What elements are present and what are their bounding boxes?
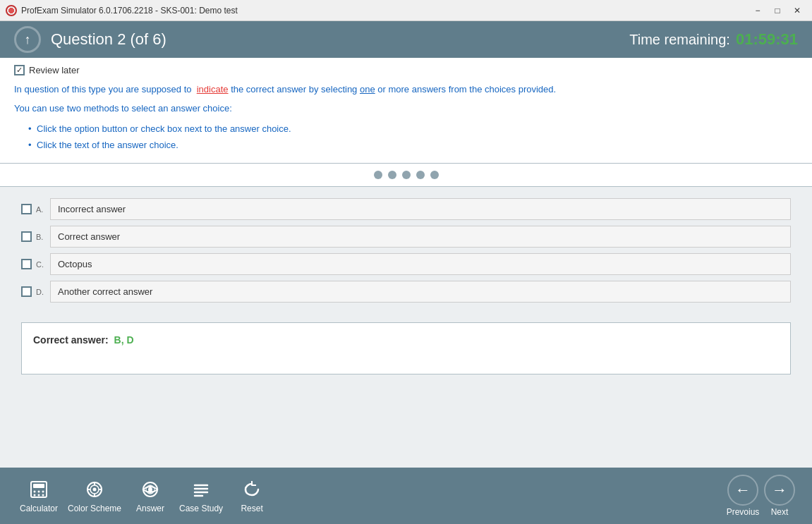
answer-letter-b: B. bbox=[36, 233, 50, 241]
answer-checkbox-a[interactable] bbox=[21, 204, 32, 214]
title-bar: ProfExam Simulator 6.0.1706.2218 - SKS-0… bbox=[0, 0, 812, 21]
answer-letter-d: D. bbox=[36, 288, 50, 296]
answer-button[interactable]: Answer bbox=[126, 474, 175, 518]
svg-point-6 bbox=[38, 494, 40, 496]
svg-point-4 bbox=[42, 491, 44, 493]
answer-box-a[interactable]: Incorrect answer bbox=[50, 198, 791, 220]
review-later-checkbox[interactable]: ✓ bbox=[14, 65, 25, 75]
previous-button[interactable]: ← bbox=[727, 475, 758, 506]
reset-label: Reset bbox=[241, 504, 262, 513]
case-study-label: Case Study bbox=[179, 504, 223, 513]
info-section: ✓ Review later In question of this type … bbox=[0, 58, 812, 164]
answer-label: Answer bbox=[136, 504, 164, 513]
dot-4[interactable] bbox=[416, 171, 425, 179]
timer-value: 01:59:31 bbox=[736, 30, 798, 49]
answer-box-c[interactable]: Octopus bbox=[50, 253, 791, 275]
timer-label: Time remaining: bbox=[629, 32, 730, 48]
next-icon: → bbox=[772, 481, 787, 499]
answers-section: A. Incorrect answer B. Correct answer C.… bbox=[0, 187, 812, 319]
next-button[interactable]: → bbox=[764, 475, 795, 506]
svg-point-2 bbox=[34, 491, 36, 493]
dot-2[interactable] bbox=[388, 171, 396, 179]
footer: Calculator Color Scheme bbox=[0, 468, 812, 524]
correct-answer-section: Correct answer: B, D bbox=[21, 322, 791, 374]
correct-answer-value: B, D bbox=[114, 334, 134, 346]
review-later-label: Review later bbox=[29, 65, 80, 75]
bullet-item-1: Click the option button or check box nex… bbox=[28, 121, 798, 137]
case-study-button[interactable]: Case Study bbox=[175, 474, 227, 518]
dot-1[interactable] bbox=[374, 171, 382, 179]
header-bar: ↑ Question 2 (of 6) Time remaining: 01:5… bbox=[0, 21, 812, 58]
case-study-icon bbox=[190, 478, 212, 501]
answer-box-b[interactable]: Correct answer bbox=[50, 226, 791, 248]
previous-nav: ← Prevoius bbox=[725, 475, 761, 517]
calculator-button[interactable]: Calculator bbox=[14, 474, 63, 518]
answer-checkbox-d[interactable] bbox=[21, 286, 32, 297]
pagination-dots bbox=[0, 164, 812, 187]
minimize-button[interactable]: − bbox=[749, 4, 767, 18]
answer-row-d: D. Another correct answer bbox=[21, 281, 791, 303]
dot-3[interactable] bbox=[402, 171, 411, 179]
title-bar-text: ProfExam Simulator 6.0.1706.2218 - SKS-0… bbox=[21, 6, 749, 16]
instruction-text-2: You can use two methods to select an ans… bbox=[14, 102, 798, 116]
dot-5[interactable] bbox=[430, 171, 439, 179]
up-button[interactable]: ↑ bbox=[14, 26, 41, 53]
instruction-text-1: In question of this type you are suppose… bbox=[14, 83, 798, 97]
highlight-one: one bbox=[360, 84, 375, 95]
color-scheme-label: Color Scheme bbox=[68, 504, 121, 513]
reset-icon bbox=[241, 478, 263, 501]
correct-answer-label: Correct answer: bbox=[33, 334, 109, 346]
main-content: ✓ Review later In question of this type … bbox=[0, 58, 812, 468]
review-later-row: ✓ Review later bbox=[14, 65, 798, 75]
color-scheme-button[interactable]: Color Scheme bbox=[63, 474, 126, 518]
svg-point-7 bbox=[42, 494, 44, 496]
answer-row-a: A. Incorrect answer bbox=[21, 198, 791, 220]
previous-label: Prevoius bbox=[727, 507, 760, 517]
calculator-label: Calculator bbox=[20, 504, 58, 513]
next-nav: → Next bbox=[761, 475, 798, 517]
color-scheme-icon bbox=[83, 478, 106, 501]
answer-row-b: B. Correct answer bbox=[21, 226, 791, 248]
bullet-item-2: Click the text of the answer choice. bbox=[28, 137, 798, 153]
svg-point-20 bbox=[148, 487, 152, 492]
close-button[interactable]: ✕ bbox=[788, 4, 806, 18]
answer-box-d[interactable]: Another correct answer bbox=[50, 281, 791, 303]
svg-point-3 bbox=[38, 491, 40, 493]
title-bar-controls: − □ ✕ bbox=[749, 4, 806, 18]
up-icon: ↑ bbox=[25, 32, 31, 47]
highlight-indicate: indicate bbox=[197, 84, 229, 95]
svg-rect-1 bbox=[33, 484, 44, 488]
calculator-icon bbox=[28, 478, 50, 501]
bullet-list: Click the option button or check box nex… bbox=[28, 121, 798, 154]
next-label: Next bbox=[771, 507, 789, 517]
svg-point-5 bbox=[34, 494, 36, 496]
question-title: Question 2 (of 6) bbox=[51, 30, 629, 49]
svg-point-14 bbox=[93, 488, 97, 492]
answer-letter-c: C. bbox=[36, 260, 50, 269]
answer-checkbox-c[interactable] bbox=[21, 259, 32, 269]
correct-answer-row: Correct answer: B, D bbox=[33, 334, 779, 346]
answer-icon bbox=[139, 478, 162, 501]
answer-checkbox-b[interactable] bbox=[21, 231, 32, 242]
answer-letter-a: A. bbox=[36, 205, 50, 214]
app-icon bbox=[6, 5, 17, 16]
previous-icon: ← bbox=[735, 481, 751, 499]
maximize-button[interactable]: □ bbox=[768, 4, 787, 18]
answer-row-c: C. Octopus bbox=[21, 253, 791, 275]
reset-button[interactable]: Reset bbox=[227, 474, 277, 518]
